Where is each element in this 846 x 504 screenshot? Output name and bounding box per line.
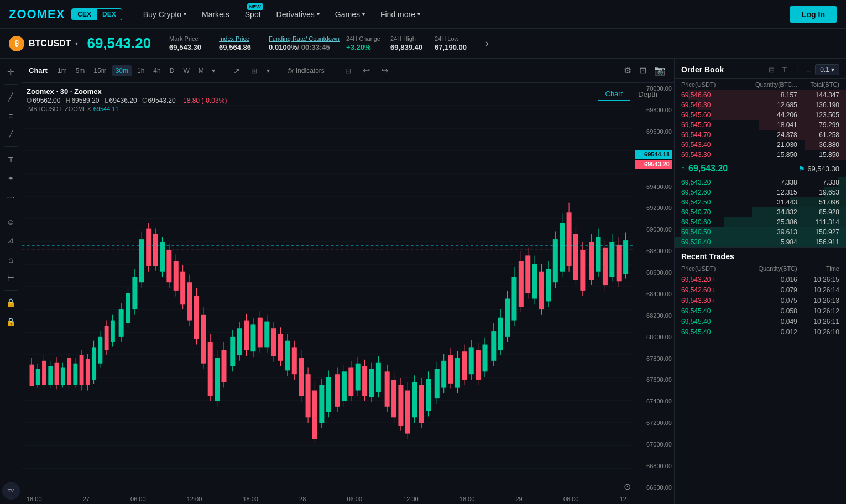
fx-icon: fx: [288, 66, 294, 75]
chart-area[interactable]: Chart Depth Zoomex · 30 · Zoomex O69562.…: [22, 83, 674, 504]
chart-title: Chart: [29, 66, 48, 75]
draw-tool[interactable]: ╱: [2, 125, 20, 143]
recent-trades: Recent Trades Price(USDT) Quantity(BTC) …: [675, 247, 846, 504]
camera-button[interactable]: 📷: [652, 63, 667, 78]
chart-type-dropdown[interactable]: ▾: [264, 65, 272, 77]
redo-button[interactable]: ↪: [377, 63, 393, 78]
lock-tool-2[interactable]: 🔒: [2, 313, 20, 330]
bid-row-7[interactable]: 69,538.40 5.984 156.911: [675, 237, 846, 247]
time-w[interactable]: W: [180, 65, 192, 76]
gann-tool[interactable]: ✦: [2, 169, 20, 187]
y-label-17: 66600.00: [635, 484, 672, 491]
settings-button[interactable]: ⚙: [622, 63, 634, 78]
emoji-tool[interactable]: ☺: [2, 213, 20, 230]
time-4h[interactable]: 4h: [150, 65, 164, 76]
time-30m[interactable]: 30m: [112, 65, 132, 76]
zoom-tool[interactable]: ⊿: [2, 232, 20, 249]
y-label-2: 69600.00: [635, 128, 672, 135]
symbol-selector[interactable]: ₿ BTCUSDT ▾: [9, 36, 78, 51]
nav-derivatives[interactable]: Derivatives▾: [269, 0, 327, 29]
change-value: +3.20%: [346, 43, 390, 51]
ask-row-7[interactable]: 69,543.30 15.850 15.850: [675, 150, 846, 160]
nav-find-more[interactable]: Find more▾: [373, 0, 428, 29]
ob-view-all-icon[interactable]: ⊟: [766, 65, 777, 75]
bid-row-1[interactable]: 69,543.20 7.338 7.338: [675, 177, 846, 187]
tab-depth[interactable]: Depth: [630, 88, 665, 101]
chart-toolbar: Chart 1m 5m 15m 30m 1h 4h D W M ▾ ↗ ⊞ ▾ …: [22, 59, 674, 83]
ob-view-ask-icon[interactable]: ⊤: [779, 65, 790, 75]
login-button[interactable]: Log In: [790, 6, 837, 23]
multi-line-tool[interactable]: ≡: [2, 107, 20, 124]
nav-spot[interactable]: NEW Spot: [237, 0, 269, 29]
y-label-10: 68000.00: [635, 334, 672, 340]
side-panel: Order Book ⊟ ⊤ ⊥ ≡ 0.1▾ Price(USDT) Quan…: [675, 59, 846, 504]
time-more[interactable]: ▾: [210, 65, 217, 76]
dex-button[interactable]: DEX: [97, 9, 122, 20]
time-m[interactable]: M: [195, 65, 207, 76]
order-book-header: Order Book ⊟ ⊤ ⊥ ≡ 0.1▾: [675, 59, 846, 79]
bid-row-3[interactable]: 69,542.50 31.443 51.096: [675, 197, 846, 207]
ask-row-5[interactable]: 69,544.70 24.378 61.258: [675, 130, 846, 140]
mark-price-value: 69,543.30: [169, 43, 219, 51]
nav-games[interactable]: Games▾: [327, 0, 373, 29]
mark-price-label: Mark Price: [169, 35, 219, 42]
ask-row-3[interactable]: 69,545.60 44.206 123.505: [675, 110, 846, 120]
bid-row-5[interactable]: 69,540.60 25.386 111.314: [675, 217, 846, 227]
ruler-tool[interactable]: ⊢: [2, 269, 20, 287]
undo-button[interactable]: ↩: [358, 63, 374, 78]
chart-type-line[interactable]: ↗: [229, 64, 244, 77]
indicators-button[interactable]: fx Indicators: [284, 64, 329, 77]
magnet-tool[interactable]: ⌂: [2, 250, 20, 268]
bid-row-6[interactable]: 69,540.50 39.613 150.927: [675, 227, 846, 237]
index-price-label[interactable]: Index Price: [219, 35, 269, 42]
rt-col-headers: Price(USDT) Quantity(BTC) Time: [675, 263, 846, 274]
funding-rate-label[interactable]: Funding Rate/ Countdown: [269, 35, 346, 42]
bid-row-4[interactable]: 69,540.70 34.832 85.928: [675, 207, 846, 217]
current-price: 69,543.20: [87, 35, 151, 52]
ask-row-2[interactable]: 69,546.30 12.685 136.190: [675, 100, 846, 110]
y-label-9: 68200.00: [635, 312, 672, 319]
svg-rect-18: [30, 365, 34, 386]
chart-canvas[interactable]: [22, 83, 633, 493]
template-button[interactable]: ⊟: [341, 64, 356, 77]
dropdown-arrow-icon: ▾: [417, 11, 420, 17]
ob-mid-value: ↑ 69,543.20: [681, 164, 728, 174]
bid-row-2[interactable]: 69,542.60 12.315 19.653: [675, 187, 846, 197]
chart-type-candle[interactable]: ⊞: [247, 64, 262, 77]
ob-view-bid-icon[interactable]: ⊥: [792, 65, 802, 75]
nav-markets[interactable]: Markets: [194, 0, 237, 29]
time-1h[interactable]: 1h: [134, 65, 148, 76]
y-label-12: 67600.00: [635, 376, 672, 383]
high-label: 24H High: [390, 35, 435, 42]
ticker-nav-arrow-icon[interactable]: ›: [485, 38, 489, 49]
ask-row-4[interactable]: 69,545.50 18.041 79.299: [675, 120, 846, 130]
goto-realtime-button[interactable]: ⊙: [624, 481, 631, 492]
cex-button[interactable]: CEX: [72, 9, 97, 20]
new-badge: NEW: [247, 3, 263, 10]
crosshair-tool[interactable]: ✛: [2, 63, 20, 81]
main-layout: ✛ ╱ ≡ ╱ T ✦ ⋯ ☺ ⊿ ⌂ ⊢ 🔓 🔒 TV Chart 1m 5m…: [0, 59, 846, 504]
time-d[interactable]: D: [166, 65, 178, 76]
order-book-title: Order Book: [681, 65, 724, 74]
time-1m[interactable]: 1m: [54, 65, 70, 76]
ask-row-1[interactable]: 69,546.60 8.157 144.347: [675, 90, 846, 100]
time-15m[interactable]: 15m: [90, 65, 109, 76]
y-label-3: 69400.00: [635, 183, 672, 190]
trade-row-6: 69,545.40 0.012 10:26:10: [675, 327, 846, 337]
ask-row-6[interactable]: 69,543.40 21.030 36.880: [675, 140, 846, 150]
time-5m[interactable]: 5m: [72, 65, 88, 76]
tab-chart[interactable]: Chart: [598, 87, 631, 101]
trade-row-5: 69,545.40 0.049 10:26:11: [675, 316, 846, 327]
measure-tool[interactable]: ⋯: [2, 188, 20, 206]
lock-tool[interactable]: 🔓: [2, 294, 20, 312]
line-tool[interactable]: ╱: [2, 88, 20, 106]
ob-precision-selector[interactable]: 0.1▾: [815, 64, 839, 75]
change-item: 24H Change +3.20%: [346, 35, 390, 51]
nav-buy-crypto[interactable]: Buy Crypto▾: [135, 0, 194, 29]
y-label-16: 66800.00: [635, 463, 672, 469]
ob-view-spread-icon[interactable]: ≡: [805, 65, 813, 75]
text-tool[interactable]: T: [2, 150, 20, 168]
logo[interactable]: ZOOMEX: [9, 7, 65, 22]
recent-trades-title: Recent Trades: [681, 252, 734, 261]
fullscreen-button[interactable]: ⊡: [637, 63, 649, 78]
